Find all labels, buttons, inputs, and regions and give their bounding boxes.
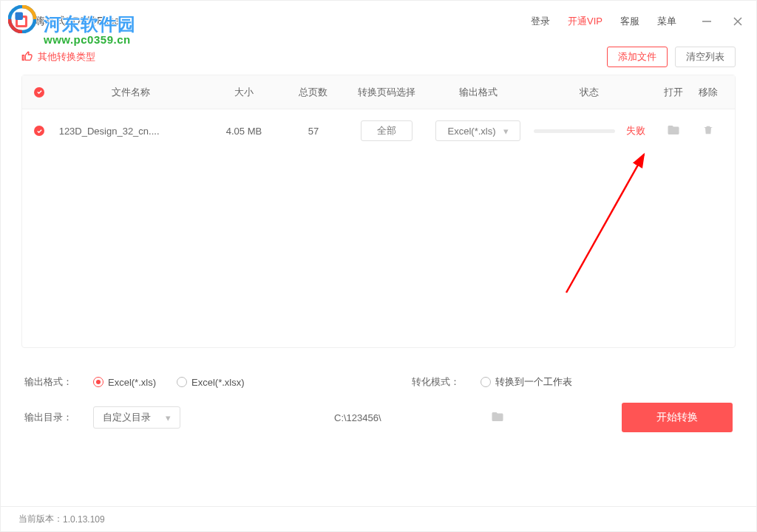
app-window: 河东软件园 www.pc0359.cn 嗨格式PDF转Excel 登录 开通VI… [0,0,757,532]
title-left: 嗨格式PDF转Excel [14,14,122,29]
settings-row-format: 输出格式： Excel(*.xls) Excel(*.xlsx) 转化模式： 转… [24,364,733,400]
output-path: C:\123456\ [334,412,381,423]
row-size: 4.05 MB [204,126,285,137]
row-check[interactable] [34,126,58,136]
radio-xlsx[interactable]: Excel(*.xlsx) [177,377,245,388]
other-convert-label: 其他转换类型 [38,50,95,64]
table-row: 123D_Design_32_cn.... 4.05 MB 57 全部 Exce… [22,109,735,152]
dir-select-dropdown[interactable]: 自定义目录 ▾ [93,406,180,429]
row-open [654,123,693,139]
out-fmt-dropdown[interactable]: Excel(*.xls) ▾ [435,120,520,141]
subbar: 其他转换类型 添加文件 清空列表 [1,42,756,72]
vip-link[interactable]: 开通VIP [568,15,602,28]
close-button[interactable] [733,16,743,27]
radio-unchecked-icon [481,377,491,387]
row-out-fmt: Excel(*.xls) ▾ [430,120,526,141]
out-fmt-value: Excel(*.xls) [448,126,496,137]
row-filename: 123D_Design_32_cn.... [58,126,204,137]
login-link[interactable]: 登录 [531,15,550,28]
row-page-select: 全部 [343,120,431,141]
settings-panel: 输出格式： Excel(*.xls) Excel(*.xlsx) 转化模式： 转… [1,348,756,438]
thumbs-up-icon [21,50,33,64]
page-select-value: 全部 [377,124,396,137]
dir-select-value: 自定义目录 [103,411,151,424]
row-pages: 57 [284,126,342,137]
support-link[interactable]: 客服 [620,15,639,28]
chevron-down-icon: ▾ [166,412,171,423]
radio-single-sheet-label: 转换到一个工作表 [495,375,572,389]
row-status: 失败 [526,124,654,137]
add-file-button[interactable]: 添加文件 [607,47,668,67]
mode-label: 转化模式： [412,375,460,389]
header-size: 大小 [204,86,285,99]
open-dir-icon[interactable] [491,410,504,426]
progress-bar [534,129,615,133]
app-icon [14,14,29,29]
svg-rect-3 [18,18,25,25]
version-label: 当前版本： [18,513,63,525]
file-table: 文件名称 大小 总页数 转换页码选择 输出格式 状态 打开 移除 123D_De… [21,75,736,348]
header-check[interactable] [34,87,58,98]
window-controls [702,16,743,27]
radio-checked-icon [93,377,103,387]
app-title: 嗨格式PDF转Excel [35,15,122,28]
title-right: 登录 开通VIP 客服 菜单 [531,15,743,28]
header-name: 文件名称 [58,86,204,99]
out-fmt-label: 输出格式： [24,375,72,389]
settings-row-dir: 输出目录： 自定义目录 ▾ C:\123456\ 开始转换 [24,400,733,435]
version-number: 1.0.13.109 [63,514,105,525]
check-icon [34,126,44,136]
subbar-right: 添加文件 清空列表 [607,47,736,67]
table-header: 文件名称 大小 总页数 转换页码选择 输出格式 状态 打开 移除 [22,75,735,109]
other-convert-types[interactable]: 其他转换类型 [21,50,95,64]
header-open: 打开 [654,86,693,99]
row-remove [693,124,723,138]
status-text: 失败 [626,125,645,136]
titlebar: 嗨格式PDF转Excel 登录 开通VIP 客服 菜单 [1,1,756,42]
radio-xls-label: Excel(*.xls) [108,377,156,388]
header-pages: 总页数 [284,86,342,99]
start-convert-button[interactable]: 开始转换 [622,403,733,432]
header-remove: 移除 [693,86,723,99]
menu-link[interactable]: 菜单 [657,15,676,28]
page-select-dropdown[interactable]: 全部 [361,120,413,141]
check-all-icon [34,87,44,98]
trash-icon[interactable] [702,127,714,138]
chevron-down-icon: ▾ [503,126,509,137]
minimize-button[interactable] [702,16,712,27]
header-out-fmt: 输出格式 [430,86,526,99]
clear-list-button[interactable]: 清空列表 [675,47,736,67]
radio-single-sheet[interactable]: 转换到一个工作表 [481,375,572,389]
out-dir-label: 输出目录： [24,411,72,424]
statusbar: 当前版本： 1.0.13.109 [1,506,756,531]
radio-unchecked-icon [177,377,187,387]
header-status: 状态 [526,86,654,99]
open-folder-icon[interactable] [667,128,680,139]
header-page-select: 转换页码选择 [343,86,431,99]
radio-xlsx-label: Excel(*.xlsx) [191,377,245,388]
radio-xls[interactable]: Excel(*.xls) [93,377,156,388]
